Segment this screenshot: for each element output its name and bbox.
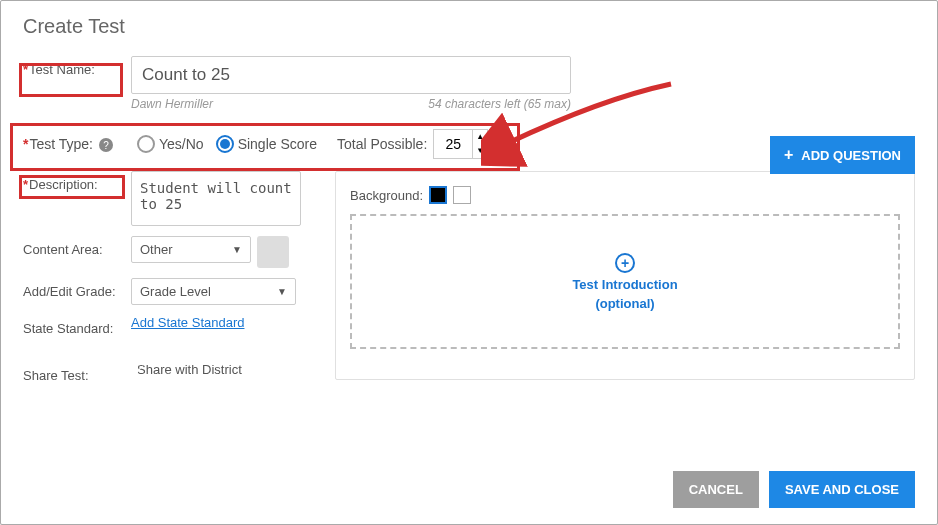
plus-icon: + bbox=[615, 253, 635, 273]
radio-single-score[interactable]: Single Score bbox=[216, 135, 317, 153]
required-star: * bbox=[23, 62, 28, 77]
background-swatch-black[interactable] bbox=[429, 186, 447, 204]
help-icon[interactable]: ? bbox=[99, 138, 113, 152]
background-row: Background: bbox=[350, 186, 900, 204]
share-test-label: Share Test: bbox=[23, 362, 131, 383]
right-column: Background: + Test Introduction (optiona… bbox=[335, 171, 915, 393]
plus-icon: + bbox=[784, 146, 793, 164]
state-standard-row: State Standard: Add State Standard bbox=[23, 315, 323, 336]
add-state-standard-link[interactable]: Add State Standard bbox=[131, 315, 244, 330]
grade-row: Add/Edit Grade: Grade Level ▼ bbox=[23, 278, 323, 305]
form-area: *Description: Content Area: Other ▼ Add/… bbox=[23, 171, 915, 393]
description-label: *Description: bbox=[23, 171, 131, 192]
content-area-select[interactable]: Other ▼ bbox=[131, 236, 251, 263]
description-row: *Description: bbox=[23, 171, 323, 226]
background-label: Background: bbox=[350, 188, 423, 203]
dialog-footer: CANCEL SAVE AND CLOSE bbox=[673, 471, 915, 508]
test-name-input[interactable] bbox=[131, 56, 571, 94]
spinner-up[interactable]: ▲ bbox=[473, 130, 487, 144]
grade-label: Add/Edit Grade: bbox=[23, 278, 131, 299]
right-panel: Background: + Test Introduction (optiona… bbox=[335, 171, 915, 380]
description-input[interactable] bbox=[131, 171, 301, 226]
radio-yesno-input[interactable] bbox=[137, 135, 155, 153]
cancel-button[interactable]: CANCEL bbox=[673, 471, 759, 508]
test-introduction-box[interactable]: + Test Introduction (optional) bbox=[350, 214, 900, 349]
share-test-row: Share Test: Share with District bbox=[23, 362, 323, 383]
total-possible-label: Total Possible: bbox=[337, 136, 427, 152]
grade-select[interactable]: Grade Level ▼ bbox=[131, 278, 296, 305]
share-district-label: Share with District bbox=[137, 362, 242, 377]
char-counter: 54 characters left (65 max) bbox=[428, 97, 571, 111]
content-area-add-button[interactable] bbox=[257, 236, 289, 268]
total-possible-spinner[interactable]: ▲ ▼ bbox=[433, 129, 488, 159]
state-standard-label: State Standard: bbox=[23, 315, 131, 336]
author-name: Dawn Hermiller bbox=[131, 97, 213, 111]
test-name-row: *Test Name: Dawn Hermiller 54 characters… bbox=[23, 56, 915, 119]
content-area-row: Content Area: Other ▼ bbox=[23, 236, 323, 268]
content-area-label: Content Area: bbox=[23, 236, 131, 257]
radio-single-input[interactable] bbox=[216, 135, 234, 153]
background-swatch-white[interactable] bbox=[453, 186, 471, 204]
test-type-label: *Test Type: ? bbox=[23, 136, 131, 153]
radio-yesno[interactable]: Yes/No bbox=[137, 135, 204, 153]
test-name-label: *Test Name: bbox=[23, 56, 131, 77]
left-column: *Description: Content Area: Other ▼ Add/… bbox=[23, 171, 323, 393]
total-possible-input[interactable] bbox=[434, 136, 472, 152]
save-button[interactable]: SAVE AND CLOSE bbox=[769, 471, 915, 508]
caret-down-icon: ▼ bbox=[277, 286, 287, 297]
spinner-down[interactable]: ▼ bbox=[473, 144, 487, 158]
caret-down-icon: ▼ bbox=[232, 244, 242, 255]
test-name-meta: Dawn Hermiller 54 characters left (65 ma… bbox=[131, 97, 571, 111]
page-title: Create Test bbox=[23, 15, 915, 38]
add-question-button[interactable]: + ADD QUESTION bbox=[770, 136, 915, 174]
create-test-dialog: Create Test *Test Name: Dawn Hermiller 5… bbox=[0, 0, 938, 525]
